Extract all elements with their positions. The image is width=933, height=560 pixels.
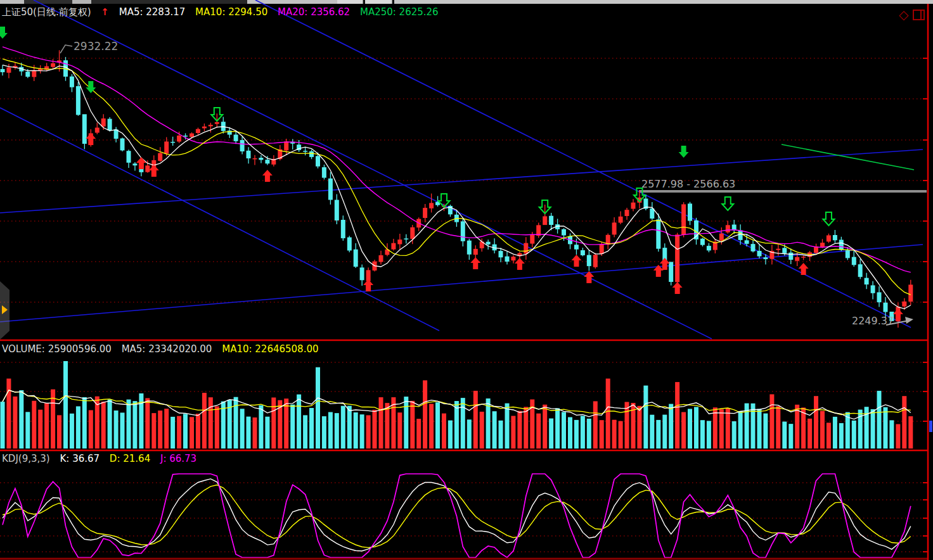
kdj-header: KDJ(9,3,3) K: 36.67 D: 21.64 J: 66.73 <box>2 454 203 464</box>
buy-signal-arrow <box>363 279 373 291</box>
symbol-title: 上证50(日线.前复权) <box>2 6 91 18</box>
sell-signal-arrow-hollow <box>722 197 733 210</box>
kdj-j-line <box>3 474 911 557</box>
chart-canvas[interactable]: 2932.222577.98 - 2566.632249.37 <box>0 0 933 560</box>
trend-up-arrow-icon: ↑ <box>101 6 109 18</box>
kdj-indicator-label: KDJ(9,3,3) <box>2 453 50 464</box>
kdj-j-label: J: 66.73 <box>160 453 196 464</box>
window-layout-icon[interactable] <box>913 10 925 20</box>
volume-ma5-label: MA5: 23342020.00 <box>122 343 212 355</box>
expand-right-icon <box>2 305 8 314</box>
annotation-level: 2577.98 - 2566.63 <box>641 178 735 190</box>
sell-signal-arrow <box>679 146 689 158</box>
kdj-k-label: K: 36.67 <box>60 453 100 464</box>
volume-ma10-label: MA10: 22646508.00 <box>222 343 318 355</box>
trendlines[interactable] <box>0 0 923 339</box>
buy-signal-arrow <box>262 170 273 182</box>
buy-signal-arrow <box>149 165 159 177</box>
candlesticks <box>1 50 913 328</box>
side-panel-handle[interactable] <box>0 281 10 340</box>
scrollbar-thumb[interactable] <box>929 421 932 432</box>
main-gridlines <box>0 58 928 302</box>
buy-signal-arrow <box>672 282 683 294</box>
ma250-legend: MA250: 2625.26 <box>360 6 439 18</box>
signal-markers <box>0 27 903 321</box>
buy-signal-arrow <box>86 133 96 145</box>
buy-signal-arrow <box>470 257 480 269</box>
sell-signal-arrow-hollow <box>823 212 834 226</box>
buy-signal-arrow <box>799 263 809 275</box>
volume-header: VOLUME: 25900596.00 MA5: 23342020.00 MA1… <box>2 344 326 355</box>
main-chart-header: 上证50(日线.前复权) ↑ MA5: 2283.17 MA10: 2294.5… <box>2 7 446 18</box>
kdj-d-label: D: 21.64 <box>110 453 150 464</box>
sell-signal-arrow <box>0 27 8 39</box>
buy-signal-arrow <box>893 309 903 321</box>
diamond-icon[interactable]: ◇ <box>899 8 908 21</box>
ma5-legend: MA5: 2283.17 <box>119 6 186 18</box>
ma20-legend: MA20: 2356.62 <box>278 6 350 18</box>
ma250-line <box>782 144 914 170</box>
buy-signal-arrow <box>136 157 146 169</box>
app-window: 2932.222577.98 - 2566.632249.37 上证50(日线.… <box>0 0 933 560</box>
volume-value-label: VOLUME: 25900596.00 <box>2 343 112 355</box>
chart-corner-controls: ◇ <box>899 8 925 21</box>
ma5-line <box>3 65 911 309</box>
annotation-arrow-head <box>905 317 913 324</box>
annotation-pointer <box>60 45 72 53</box>
panel-borders <box>0 4 929 560</box>
buy-signal-arrow <box>515 258 525 270</box>
annotation-peak: 2932.22 <box>74 40 118 53</box>
buy-signal-arrow <box>571 255 581 267</box>
ma10-legend: MA10: 2294.50 <box>195 6 267 18</box>
